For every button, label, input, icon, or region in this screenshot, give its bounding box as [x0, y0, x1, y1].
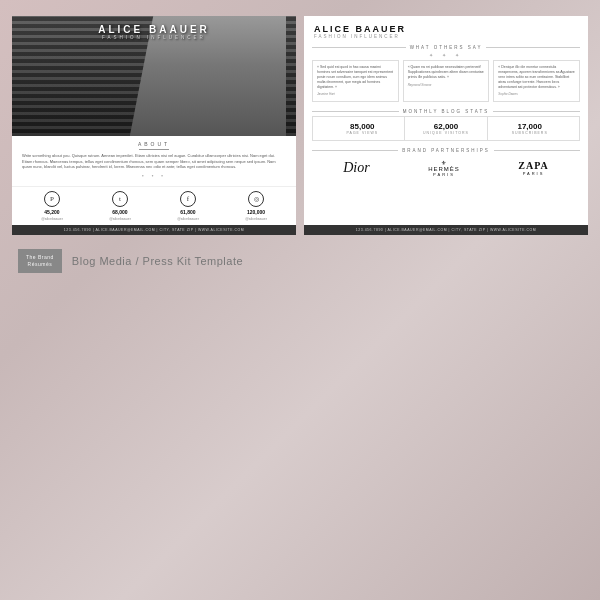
hermes-sub: PARIS [428, 172, 460, 177]
testimonials-grid: « Sed quid est quod in hac causa maximi … [304, 60, 588, 102]
testimonial-1-quote: « Sed quid est quod in hac causa maximi … [317, 65, 394, 89]
hermes-logo-top: ⚜ [428, 159, 460, 166]
photo-name-text: ALICE BAAUER [12, 24, 296, 35]
stars-divider: ✦ ✦ ✦ [304, 52, 588, 58]
brand-zapa: ZAPA PARIS [518, 160, 548, 176]
pinterest-icon: P [44, 191, 60, 207]
right-title: FASHION INFLUENCER [314, 34, 578, 39]
stat-visitors: 62,000 UNIQUE VISITORS [404, 117, 488, 140]
stats-divider-right [493, 111, 580, 112]
stats-header: MONTHLY BLOG STATS [304, 109, 588, 114]
bottom-bar: The Brand Résumés Blog Media / Press Kit… [12, 241, 588, 281]
divider-left [312, 47, 406, 48]
brands-label: BRAND PARTNERSHIPS [402, 148, 490, 153]
testimonial-2-author: Raymond Simone [408, 83, 485, 87]
right-footer: 123.456.7890 | ALICE.BAAUER@EMAIL.COM | … [304, 225, 588, 235]
bottom-title: Blog Media / Press Kit Template [72, 255, 243, 267]
right-name: ALICE BAAUER [314, 24, 578, 34]
facebook-count: 61,800 [180, 209, 195, 215]
facebook-handle: @alicebaauer [177, 217, 199, 221]
photo-section: ALICE BAAUER FASHION INFLUENCER [12, 16, 296, 136]
divider-right [486, 47, 580, 48]
brand-badge: The Brand Résumés [18, 249, 62, 273]
pages-row: ALICE BAAUER FASHION INFLUENCER ABOUT Wr… [12, 16, 588, 235]
instagram-count: 120,000 [247, 209, 265, 215]
stat-pageviews-number: 85,000 [323, 122, 402, 131]
brands-divider-left [312, 150, 398, 151]
social-twitter: t 68,000 @alicebaauer [109, 191, 131, 221]
testimonial-2: « Quam ea rei publicae necessitaten pert… [403, 60, 490, 102]
stat-visitors-label: UNIQUE VISITORS [407, 131, 486, 135]
social-instagram: ◎ 120,000 @alicebaauer [245, 191, 267, 221]
what-others-label: WHAT OTHERS SAY [410, 45, 483, 50]
brand-line1: The Brand [26, 254, 54, 261]
what-others-header: WHAT OTHERS SAY [304, 45, 588, 50]
zapa-paris: PARIS [518, 171, 548, 176]
brands-header: BRAND PARTNERSHIPS [304, 148, 588, 153]
social-pinterest: P 45,200 @alicebaauer [41, 191, 63, 221]
testimonial-1-author: Jasmine Hart [317, 92, 394, 96]
about-text: Write something about you. Quisque rutru… [22, 153, 286, 170]
left-page: ALICE BAAUER FASHION INFLUENCER ABOUT Wr… [12, 16, 296, 235]
instagram-icon: ◎ [248, 191, 264, 207]
stat-pageviews: 85,000 PAGE VIEWS [321, 117, 404, 140]
twitter-count: 68,000 [112, 209, 127, 215]
photo-title-text: FASHION INFLUENCER [12, 35, 296, 40]
dots-divider: • • • [22, 173, 286, 179]
about-heading: ABOUT [22, 141, 286, 147]
brand-hermes: ⚜ HERMÈS PARIS [428, 159, 460, 177]
right-page: ALICE BAAUER FASHION INFLUENCER WHAT OTH… [304, 16, 588, 235]
stat-visitors-number: 62,000 [407, 122, 486, 131]
testimonial-3: « Denique illo die moretur connectula me… [493, 60, 580, 102]
about-section: ABOUT Write something about you. Quisque… [12, 136, 296, 186]
facebook-icon: f [180, 191, 196, 207]
testimonial-3-quote: « Denique illo die moretur connectula me… [498, 65, 575, 89]
left-footer: 123.456.7890 | ALICE.BAAUER@EMAIL.COM | … [12, 225, 296, 235]
photo-name-overlay: ALICE BAAUER FASHION INFLUENCER [12, 24, 296, 40]
testimonial-2-quote: « Quam ea rei publicae necessitaten pert… [408, 65, 485, 80]
stats-row: 85,000 PAGE VIEWS 62,000 UNIQUE VISITORS… [312, 116, 580, 141]
pinterest-handle: @alicebaauer [41, 217, 63, 221]
twitter-handle: @alicebaauer [109, 217, 131, 221]
social-section: P 45,200 @alicebaauer t 68,000 @alicebaa… [12, 186, 296, 225]
brand-line2: Résumés [26, 261, 54, 268]
stat-subscribers: 17,000 SUBSCRIBERS [487, 117, 571, 140]
brand-dior: Dior [343, 160, 369, 176]
stat-subscribers-number: 17,000 [490, 122, 569, 131]
stat-subscribers-label: SUBSCRIBERS [490, 131, 569, 135]
social-facebook: f 61,800 @alicebaauer [177, 191, 199, 221]
hermes-name: HERMÈS [428, 166, 460, 172]
brands-divider-right [494, 150, 580, 151]
instagram-handle: @alicebaauer [245, 217, 267, 221]
right-header: ALICE BAAUER FASHION INFLUENCER [304, 16, 588, 42]
main-wrapper: ALICE BAAUER FASHION INFLUENCER ABOUT Wr… [12, 16, 588, 281]
stats-label: MONTHLY BLOG STATS [403, 109, 489, 114]
pinterest-count: 45,200 [44, 209, 59, 215]
stat-pageviews-label: PAGE VIEWS [323, 131, 402, 135]
testimonial-3-author: Sophie Dawes [498, 92, 575, 96]
stats-divider-left [312, 111, 399, 112]
brands-row: Dior ⚜ HERMÈS PARIS ZAPA PARIS [304, 155, 588, 181]
testimonial-1: « Sed quid est quod in hac causa maximi … [312, 60, 399, 102]
twitter-icon: t [112, 191, 128, 207]
